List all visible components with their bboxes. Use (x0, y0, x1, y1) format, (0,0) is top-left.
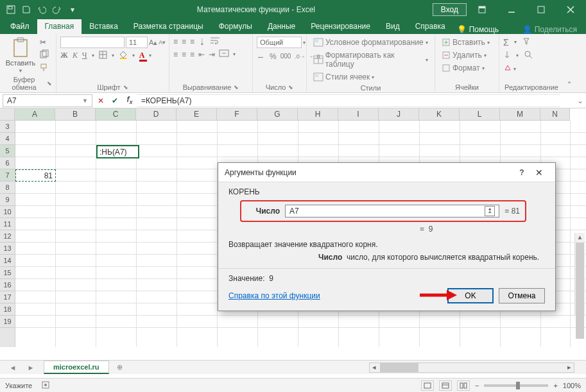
row-header-6[interactable]: 6 (0, 157, 15, 169)
tab-review[interactable]: Рецензирование (303, 19, 378, 34)
tab-formulas[interactable]: Формулы (211, 19, 260, 34)
cut-icon[interactable]: ✂ (40, 38, 49, 47)
merge-icon[interactable] (219, 49, 229, 59)
expand-formula-icon[interactable]: ⌄ (574, 96, 586, 105)
col-header-L[interactable]: L (460, 108, 500, 120)
clear-icon[interactable] (503, 64, 512, 74)
find-icon[interactable] (524, 50, 533, 61)
zoom-value[interactable]: 100% (563, 382, 581, 389)
align-top-icon[interactable]: ≡ (173, 37, 178, 46)
shrink-font-icon[interactable]: A▾ (159, 39, 166, 46)
bold-button[interactable]: Ж (60, 51, 68, 60)
save-icon[interactable] (19, 3, 33, 17)
scroll-thumb[interactable] (576, 243, 584, 339)
autosave-icon[interactable] (4, 3, 18, 17)
view-layout-icon[interactable] (439, 380, 452, 391)
zoom-in-icon[interactable]: + (553, 382, 557, 389)
col-header-D[interactable]: D (136, 108, 177, 120)
wrap-text-icon[interactable] (210, 37, 220, 46)
col-header-C[interactable]: C (96, 108, 136, 120)
col-header-A[interactable]: A (15, 108, 55, 120)
align-middle-icon[interactable]: ≡ (182, 37, 186, 46)
zoom-slider[interactable] (484, 384, 548, 387)
row-header-10[interactable]: 10 (0, 206, 15, 218)
orientation-icon[interactable]: ⭭ (198, 37, 206, 46)
ribbon-options-icon[interactable] (468, 1, 496, 19)
col-header-J[interactable]: J (379, 108, 419, 120)
inc-decimal-icon[interactable]: .0→ (295, 53, 306, 60)
dialog-help-icon[interactable]: ? (514, 168, 530, 177)
italic-button[interactable]: К (73, 51, 78, 60)
font-color-icon[interactable]: А (139, 51, 145, 60)
tab-help[interactable]: Справка (408, 19, 453, 34)
row-header-4[interactable]: 4 (0, 133, 15, 145)
tab-file[interactable]: Файл (3, 19, 37, 34)
align-right-icon[interactable]: ≡ (190, 50, 194, 59)
font-name-input[interactable] (60, 37, 125, 48)
row-header-9[interactable]: 9 (0, 194, 15, 206)
col-header-I[interactable]: I (338, 108, 379, 120)
scroll-up-icon[interactable]: ▲ (575, 233, 585, 242)
maximize-icon[interactable] (527, 1, 555, 19)
row-header-5[interactable]: 5 (0, 145, 15, 157)
qat-dropdown-icon[interactable]: ▾ (65, 3, 80, 17)
fill-icon[interactable] (503, 51, 511, 60)
align-bottom-icon[interactable]: ≡ (190, 37, 194, 46)
namebox-dropdown-icon[interactable]: ▼ (82, 98, 88, 104)
add-sheet-icon[interactable]: ⊕ (113, 363, 127, 371)
function-help-link[interactable]: Справка по этой функции (228, 291, 320, 300)
formula-input[interactable]: =КОРЕНЬ(A7) (137, 94, 560, 107)
row-header-11[interactable]: 11 (0, 218, 15, 230)
sort-filter-icon[interactable] (522, 37, 531, 47)
col-header-N[interactable]: N (540, 108, 570, 120)
col-header-M[interactable]: M (500, 108, 540, 120)
hscroll-thumb[interactable] (380, 363, 418, 372)
cond-format-button[interactable]: Условное форматирование ▾ (311, 37, 431, 48)
indent-inc-icon[interactable]: ⇥ (209, 50, 215, 59)
cell-styles-button[interactable]: Стили ячеек ▾ (311, 71, 431, 83)
row-headers[interactable]: 345678910111213141516171819 (0, 121, 15, 347)
currency-icon[interactable]: ⚊ (257, 51, 266, 62)
fill-color-icon[interactable] (119, 50, 128, 61)
underline-button[interactable]: Ч (82, 51, 87, 60)
col-header-E[interactable]: E (177, 108, 217, 120)
col-header-B[interactable]: B (55, 108, 96, 120)
font-launcher-icon[interactable]: ⬊ (123, 84, 128, 90)
tab-layout[interactable]: Разметка страницы (126, 19, 211, 34)
hscroll-left-icon[interactable]: ◂ (370, 363, 379, 371)
number-launcher-icon[interactable]: ⬊ (288, 84, 293, 90)
format-painter-icon[interactable] (40, 63, 49, 74)
align-center-icon[interactable]: ≡ (182, 50, 186, 59)
minimize-icon[interactable] (497, 1, 526, 19)
row-header-12[interactable]: 12 (0, 230, 15, 243)
cell-a7-marching[interactable]: 81 (15, 169, 56, 182)
format-table-button[interactable]: Форматировать как таблицу ▾ (311, 49, 431, 70)
col-header-K[interactable]: K (419, 108, 460, 120)
share-button[interactable]: 👤Поделиться (522, 25, 586, 34)
horizontal-scrollbar[interactable]: ◂ ▸ (369, 362, 574, 373)
select-all-corner[interactable] (0, 108, 15, 121)
redo-icon[interactable] (50, 3, 64, 17)
row-header-3[interactable]: 3 (0, 121, 15, 133)
row-header-18[interactable]: 18 (0, 303, 15, 316)
collapse-ribbon-icon[interactable]: ˄ (564, 34, 575, 92)
tab-nav-next-icon[interactable]: ► (28, 364, 35, 371)
row-header-16[interactable]: 16 (0, 279, 15, 291)
sheet-tab-active[interactable]: microexcel.ru (44, 361, 109, 374)
enter-entry-icon[interactable]: ✔ (108, 96, 122, 105)
range-picker-icon[interactable]: ↥ (485, 206, 495, 216)
hscroll-right-icon[interactable]: ▸ (565, 363, 574, 371)
zoom-out-icon[interactable]: − (475, 382, 479, 389)
row-header-14[interactable]: 14 (0, 255, 15, 267)
align-launcher-icon[interactable]: ⬊ (234, 84, 239, 90)
arg-input[interactable]: A7 ↥ (285, 205, 499, 217)
name-box[interactable]: A7▼ (3, 94, 92, 107)
cancel-button[interactable]: Отмена (499, 288, 545, 303)
col-header-G[interactable]: G (257, 108, 298, 120)
row-header-17[interactable]: 17 (0, 291, 15, 303)
tell-me[interactable]: 💡Помощь (457, 25, 499, 34)
tab-nav-prev-icon[interactable]: ◄ (10, 364, 17, 371)
dialog-titlebar[interactable]: Аргументы функции ? ✕ (218, 163, 555, 182)
tab-view[interactable]: Вид (378, 19, 408, 34)
comma-icon[interactable]: 000 (280, 53, 291, 60)
